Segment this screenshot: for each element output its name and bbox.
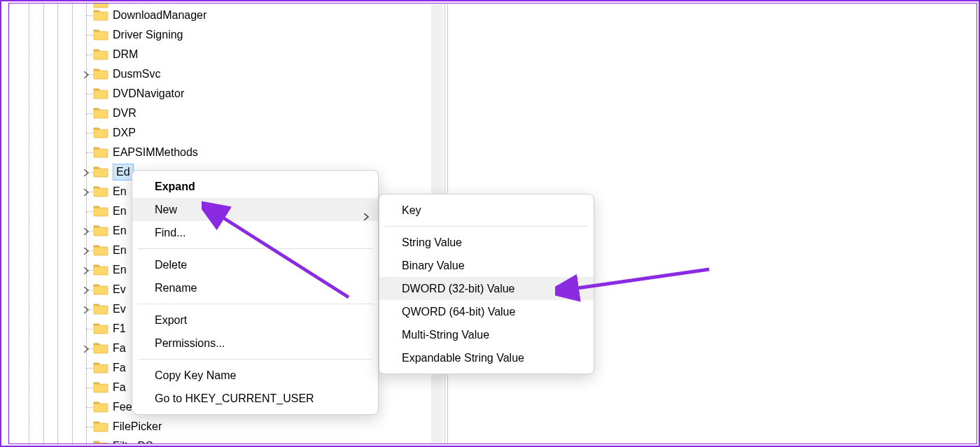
menu-item-label: String Value (402, 236, 462, 248)
submenu-item-string[interactable]: String Value (379, 231, 594, 254)
folder-icon (93, 106, 108, 119)
tree-guide-line (29, 3, 29, 444)
folder-icon (93, 381, 108, 393)
menu-item-label: Permissions... (155, 337, 225, 349)
tree-item-label: DVR (113, 104, 136, 123)
menu-item-expand[interactable]: Expand (132, 175, 378, 198)
menu-separator (138, 304, 372, 304)
tree-item-label: Driver Signing (113, 25, 183, 45)
submenu-item-multi-string[interactable]: Multi-String Value (379, 323, 594, 346)
chevron-right-icon[interactable] (79, 64, 93, 84)
chevron-right-icon[interactable] (79, 241, 93, 260)
folder-icon (93, 204, 108, 217)
tree-connector (86, 388, 93, 388)
menu-item-label: Expandable String Value (402, 352, 524, 364)
tree-item-label: DRM (113, 45, 138, 64)
chevron-right-icon[interactable] (79, 221, 93, 241)
submenu-item-expandable-string[interactable]: Expandable String Value (379, 346, 594, 369)
menu-item-copy-key-name[interactable]: Copy Key Name (132, 364, 378, 387)
menu-item-find[interactable]: Find... (132, 221, 378, 244)
tree-item-label: EAPSIMMethods (113, 143, 198, 162)
folder-icon (93, 243, 108, 256)
folder-icon (93, 165, 108, 178)
folder-icon (93, 67, 108, 80)
tree-item-label: Fa (113, 358, 126, 378)
menu-item-goto[interactable]: Go to HKEY_CURRENT_USER (132, 387, 378, 410)
tree-guide-line (72, 3, 73, 444)
tree-item-label: Fa (113, 339, 126, 358)
chevron-right-icon[interactable] (79, 299, 93, 319)
menu-item-label: Binary Value (402, 260, 465, 271)
chevron-right-icon[interactable] (79, 182, 93, 201)
menu-item-label: New (155, 204, 177, 215)
menu-item-permissions[interactable]: Permissions... (132, 332, 378, 355)
folder-icon (93, 224, 108, 236)
tree-item-label: FilterDS (113, 437, 153, 444)
folder-icon (93, 8, 108, 21)
menu-item-label: Go to HKEY_CURRENT_USER (155, 392, 314, 404)
context-menu[interactable]: Expand New Find... Delete Rename Export (132, 170, 379, 415)
menu-item-label: Expand (155, 180, 195, 192)
folder-icon (93, 185, 108, 197)
tree-item-label: FilePicker (113, 417, 162, 437)
folder-icon (93, 48, 108, 60)
chevron-right-icon[interactable] (79, 339, 93, 358)
submenu-item-binary[interactable]: Binary Value (379, 254, 594, 277)
menu-item-rename[interactable]: Rename (132, 276, 378, 299)
chevron-right-icon[interactable] (79, 162, 93, 182)
tree-connector (86, 133, 93, 134)
tree-connector (86, 152, 93, 153)
menu-item-label: Multi-String Value (402, 329, 489, 341)
folder-icon (93, 361, 108, 374)
folder-icon (93, 146, 108, 158)
menu-item-label: Delete (155, 259, 187, 271)
tree-connector (86, 35, 93, 36)
tree-item-label: DVDNavigator (113, 84, 184, 104)
tree-item-label: En (113, 241, 127, 260)
annotation-inner-border: DownloadManager Driver Signing DRM DusmS… (8, 3, 977, 444)
tree-connector (86, 211, 93, 212)
menu-separator (138, 248, 372, 249)
menu-item-label: Copy Key Name (155, 369, 237, 381)
menu-item-label: Export (155, 314, 187, 326)
tree-connector (86, 329, 93, 329)
menu-item-label: DWORD (32-bit) Value (402, 283, 515, 295)
menu-item-export[interactable]: Export (132, 308, 378, 332)
tree-item-label: Ed (113, 164, 134, 180)
tree-item-label: Ev (113, 299, 126, 319)
folder-icon (93, 87, 108, 99)
context-submenu-new[interactable]: Key String Value Binary Value DWORD (32-… (379, 194, 594, 374)
menu-item-delete[interactable]: Delete (132, 253, 378, 276)
tree-connector (86, 15, 93, 16)
submenu-item-key[interactable]: Key (379, 199, 594, 222)
submenu-item-dword[interactable]: DWORD (32-bit) Value (379, 277, 594, 300)
menu-item-label: Key (402, 204, 421, 216)
tree-connector (86, 55, 93, 55)
tree-connector (86, 368, 93, 369)
tree-item-label: DXP (113, 123, 136, 143)
folder-icon (93, 3, 108, 8)
tree-connector (86, 427, 93, 427)
submenu-item-qword[interactable]: QWORD (64-bit) Value (379, 300, 594, 323)
folder-icon (93, 302, 108, 315)
tree-item-label: DownloadManager (113, 6, 206, 25)
tree-connector (86, 94, 93, 94)
tree-item-label: Fa (113, 378, 126, 397)
menu-item-label: Rename (155, 282, 197, 294)
chevron-right-icon[interactable] (79, 280, 93, 299)
tree-item-label: En (113, 260, 127, 280)
folder-icon (93, 28, 108, 41)
folder-icon (93, 420, 108, 432)
menu-item-new[interactable]: New (132, 198, 378, 221)
folder-icon (93, 283, 108, 295)
tree-item-label: En (113, 221, 127, 241)
menu-item-label: QWORD (64-bit) Value (402, 306, 515, 318)
tree-item-label: En (113, 201, 127, 221)
tree-connector (86, 113, 93, 114)
tree-item-label: Ev (113, 280, 126, 299)
chevron-right-icon[interactable] (79, 260, 93, 280)
menu-separator (385, 226, 588, 227)
folder-icon (93, 400, 108, 413)
folder-icon (93, 439, 108, 444)
tree-item-label: DusmSvc (113, 64, 160, 84)
